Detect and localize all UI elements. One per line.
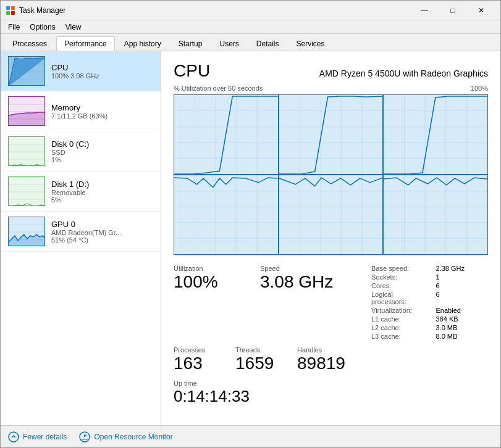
sidebar-disk1-name: Disk 1 (D:) bbox=[51, 180, 153, 189]
threads-value: 1659 bbox=[235, 354, 285, 373]
tab-app-history[interactable]: App history bbox=[116, 36, 169, 51]
titlebar-left: Task Manager bbox=[6, 6, 65, 15]
menu-view[interactable]: View bbox=[61, 22, 86, 33]
svg-rect-36 bbox=[279, 95, 383, 174]
processes-label: Processes bbox=[174, 346, 223, 354]
svg-rect-72 bbox=[384, 175, 487, 254]
base-speed-label: Base speed: bbox=[371, 265, 424, 272]
sidebar-disk0-name: Disk 0 (C:) bbox=[51, 139, 153, 149]
sidebar-cpu-info: CPU 100% 3.08 GHz bbox=[51, 63, 153, 80]
window-title: Task Manager bbox=[19, 6, 65, 15]
sidebar-disk0-detail2: 1% bbox=[51, 156, 153, 164]
processes-value: 163 bbox=[174, 354, 223, 373]
svg-rect-0 bbox=[6, 6, 10, 10]
sidebar: CPU 100% 3.08 GHz Memo bbox=[1, 51, 161, 425]
sidebar-item-disk1[interactable]: Disk 1 (D:) Removable 5% bbox=[1, 172, 161, 212]
open-resource-monitor-label: Open Resource Monitor bbox=[94, 433, 172, 441]
graph-label-text: % Utilization over 60 seconds bbox=[174, 85, 263, 92]
cpu-core-graph-6 bbox=[384, 175, 487, 254]
titlebar: Task Manager — □ ✕ bbox=[1, 1, 500, 20]
speed-label: Speed bbox=[260, 265, 359, 272]
logical-processors-value: 6 bbox=[436, 291, 489, 298]
sidebar-disk1-detail1: Removable bbox=[51, 189, 153, 196]
fewer-details-label: Fewer details bbox=[23, 433, 67, 441]
sidebar-disk1-info: Disk 1 (D:) Removable 5% bbox=[51, 180, 153, 204]
svg-rect-2 bbox=[6, 11, 10, 15]
cpu-core-graph-4 bbox=[174, 175, 278, 254]
minimize-button[interactable]: — bbox=[410, 1, 439, 20]
sidebar-item-cpu[interactable]: CPU 100% 3.08 GHz bbox=[1, 51, 161, 91]
open-resource-monitor-icon bbox=[79, 431, 90, 442]
handles-label: Handles bbox=[297, 346, 347, 354]
logical-processors-label: Logical processors: bbox=[371, 291, 424, 305]
l2-cache-label: L2 cache: bbox=[371, 324, 424, 331]
sockets-value: 1 bbox=[436, 273, 489, 281]
sidebar-disk0-detail1: SSD bbox=[51, 149, 153, 156]
gpu0-mini-graph bbox=[8, 217, 45, 246]
sidebar-gpu0-name: GPU 0 bbox=[51, 220, 153, 229]
close-button[interactable]: ✕ bbox=[467, 1, 495, 20]
uptime-section: Up time 0:14:14:33 bbox=[174, 380, 488, 406]
sidebar-cpu-name: CPU bbox=[51, 63, 153, 72]
svg-rect-54 bbox=[174, 175, 278, 254]
maximize-button[interactable]: □ bbox=[439, 1, 467, 20]
footer: Fewer details Open Resource Monitor bbox=[1, 425, 500, 447]
cpu-title-label: CPU bbox=[174, 61, 210, 81]
cpu-core-graph-3 bbox=[384, 95, 487, 174]
cores-value: 6 bbox=[436, 282, 489, 289]
menu-options[interactable]: Options bbox=[25, 22, 60, 33]
handles-value: 89819 bbox=[297, 354, 347, 373]
sidebar-gpu0-info: GPU 0 AMD Radeon(TM) Gr... 51% (54 °C) bbox=[51, 220, 153, 244]
cpu-mini-graph bbox=[8, 56, 45, 86]
memory-mini-graph bbox=[8, 96, 45, 126]
l2-cache-value: 3.0 MB bbox=[436, 324, 489, 331]
task-manager-window: Task Manager — □ ✕ File Options View Pro… bbox=[0, 0, 501, 448]
tab-users[interactable]: Users bbox=[211, 36, 246, 51]
virtualization-label: Virtualization: bbox=[371, 307, 424, 314]
sidebar-cpu-detail: 100% 3.08 GHz bbox=[51, 72, 153, 80]
uptime-label: Up time bbox=[174, 380, 488, 387]
sidebar-disk0-info: Disk 0 (C:) SSD 1% bbox=[51, 139, 153, 164]
svg-rect-14 bbox=[9, 137, 45, 166]
svg-rect-45 bbox=[384, 95, 487, 174]
threads-label: Threads bbox=[235, 346, 285, 354]
open-resource-monitor-button[interactable]: Open Resource Monitor bbox=[79, 431, 172, 442]
utilization-value: 100% bbox=[174, 272, 248, 292]
sidebar-item-disk0[interactable]: Disk 0 (C:) SSD 1% bbox=[1, 131, 161, 172]
speed-value: 3.08 GHz bbox=[260, 272, 359, 292]
menubar: File Options View bbox=[1, 20, 500, 34]
tab-startup[interactable]: Startup bbox=[171, 36, 211, 51]
svg-point-81 bbox=[9, 432, 19, 442]
disk1-mini-graph bbox=[8, 176, 45, 206]
sidebar-item-memory[interactable]: Memory 7.1/11.2 GB (63%) bbox=[1, 91, 161, 131]
l1-cache-label: L1 cache: bbox=[371, 315, 424, 323]
tab-details[interactable]: Details bbox=[248, 36, 287, 51]
tab-processes[interactable]: Processes bbox=[4, 36, 55, 51]
detail-panel: CPU AMD Ryzen 5 4500U with Radeon Graphi… bbox=[161, 51, 500, 425]
cpu-core-graph-1 bbox=[174, 95, 278, 174]
virtualization-value: Enabled bbox=[436, 307, 489, 314]
fewer-details-button[interactable]: Fewer details bbox=[8, 431, 67, 442]
app-icon bbox=[6, 6, 15, 15]
l3-cache-label: L3 cache: bbox=[371, 333, 424, 340]
tabs-bar: Processes Performance App history Startu… bbox=[1, 34, 500, 51]
uptime-value: 0:14:14:33 bbox=[174, 387, 488, 406]
tab-services[interactable]: Services bbox=[288, 36, 333, 51]
svg-marker-13 bbox=[9, 112, 45, 126]
svg-rect-3 bbox=[11, 11, 15, 15]
sockets-label: Sockets: bbox=[371, 273, 424, 281]
cpu-model: AMD Ryzen 5 4500U with Radeon Graphics bbox=[319, 68, 488, 78]
svg-rect-1 bbox=[11, 6, 15, 10]
sidebar-memory-name: Memory bbox=[51, 103, 153, 112]
sidebar-item-gpu0[interactable]: GPU 0 AMD Radeon(TM) Gr... 51% (54 °C) bbox=[1, 212, 161, 252]
tab-performance[interactable]: Performance bbox=[56, 36, 115, 51]
cpu-core-graph-2 bbox=[279, 95, 383, 174]
cpu-core-graph-5 bbox=[279, 175, 383, 254]
utilization-label: Utilization bbox=[174, 265, 248, 272]
menu-file[interactable]: File bbox=[3, 22, 25, 33]
svg-rect-18 bbox=[9, 177, 45, 206]
cpu-header: CPU AMD Ryzen 5 4500U with Radeon Graphi… bbox=[174, 61, 488, 81]
cores-label: Cores: bbox=[371, 282, 424, 289]
disk0-mini-graph bbox=[8, 136, 45, 166]
svg-rect-63 bbox=[279, 175, 383, 254]
